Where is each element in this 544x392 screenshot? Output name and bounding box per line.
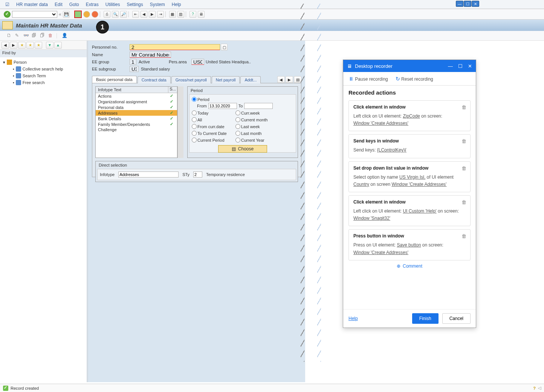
findnext-icon[interactable]: 🔎 xyxy=(120,11,127,18)
prev-icon[interactable]: ◀ xyxy=(141,11,147,18)
first-icon[interactable]: ⇤ xyxy=(132,11,139,18)
nav-star1-icon[interactable]: ★ xyxy=(18,42,26,49)
infotype-row[interactable]: Addresses✓ xyxy=(96,110,177,116)
help-icon[interactable]: ? xyxy=(189,11,196,18)
menu-hrmaster[interactable]: HR master data xyxy=(13,1,51,8)
period-radio-right[interactable]: Last month xyxy=(235,131,277,136)
nav-star2-icon[interactable]: ★ xyxy=(26,42,34,49)
nav-down-icon[interactable]: ▼ xyxy=(46,42,53,49)
glasses-icon[interactable]: 👓 xyxy=(23,33,29,39)
period-radio-right[interactable]: Curr.week xyxy=(235,110,277,115)
sty-input[interactable] xyxy=(193,172,202,178)
win-min-icon[interactable]: — xyxy=(456,1,463,7)
delete-action-icon[interactable]: 🗑 xyxy=(461,199,466,205)
tab-contract[interactable]: Contract data xyxy=(138,76,171,83)
recorded-action[interactable]: Press button in window🗑Press on UI eleme… xyxy=(348,229,471,260)
delete-action-icon[interactable]: 🗑 xyxy=(461,138,466,144)
shortcut-icon[interactable]: ▥ xyxy=(177,11,184,18)
tab-left-icon[interactable]: ◀ xyxy=(277,76,285,83)
pause-recording[interactable]: ⏸ Pause recording xyxy=(348,76,388,82)
nav-star3-icon[interactable]: ★ xyxy=(35,42,42,49)
choose-button[interactable]: ▤ Choose xyxy=(218,145,267,153)
infotype-row[interactable]: Family Member/Dependents✓ xyxy=(96,121,177,127)
from-input[interactable] xyxy=(208,103,237,109)
recorded-action[interactable]: Send keys in window🗑Send keys: {LControl… xyxy=(348,134,471,158)
edit-icon[interactable]: ✎ xyxy=(15,33,21,39)
period-radio-left[interactable]: To Current Date xyxy=(192,131,233,136)
delete-action-icon[interactable]: 🗑 xyxy=(461,233,466,239)
delimit-icon[interactable]: 🗍 xyxy=(40,33,46,39)
infotype-input[interactable] xyxy=(118,172,179,178)
tree-person[interactable]: ▾ Person xyxy=(3,59,84,66)
menu-edit[interactable]: Edit xyxy=(52,1,66,8)
tree-searchterm[interactable]: • Search Term xyxy=(13,72,84,79)
recorded-action[interactable]: Set drop down list value in window🗑Selec… xyxy=(348,161,471,192)
col-status[interactable]: S... xyxy=(168,87,177,93)
period-radio-left[interactable]: Current Period xyxy=(192,138,233,142)
print-icon[interactable]: ⎙ xyxy=(104,11,110,18)
reset-recording[interactable]: ↻ Reset recording xyxy=(396,76,433,82)
tab-list-icon[interactable]: ▤ xyxy=(294,76,301,83)
win-max-icon[interactable]: ☐ xyxy=(464,1,471,7)
menu-extras[interactable]: Extras xyxy=(83,1,102,8)
menu-help[interactable]: Help xyxy=(169,1,184,8)
recorder-min-icon[interactable]: — xyxy=(448,63,453,69)
find-icon[interactable]: 🔍 xyxy=(112,11,119,18)
menu-utilities[interactable]: Utilities xyxy=(102,1,123,8)
delete-action-icon[interactable]: 🗑 xyxy=(461,104,466,110)
infotype-row[interactable]: Actions✓ xyxy=(96,93,177,99)
recorded-action[interactable]: Click element in window🗑Left click on UI… xyxy=(348,100,471,131)
nav-fwd-icon[interactable]: ▶ xyxy=(10,42,17,49)
last-icon[interactable]: ⇥ xyxy=(157,11,164,18)
period-radio-left[interactable]: From curr.date xyxy=(192,124,233,129)
scrollbar[interactable] xyxy=(177,86,183,158)
status-help-icon[interactable]: ? xyxy=(533,386,536,390)
add-comment[interactable]: ⊕ Comment xyxy=(348,263,471,269)
menu-settings[interactable]: Settings xyxy=(124,1,146,8)
delete-icon[interactable]: 🗑 xyxy=(48,33,54,39)
save-icon[interactable]: 💾 xyxy=(63,11,70,18)
infotype-row[interactable]: Personal data✓ xyxy=(96,104,177,110)
tab-gross[interactable]: Gross/net payroll xyxy=(171,76,211,83)
menu-system[interactable]: System xyxy=(147,1,168,8)
recorder-close-icon[interactable]: ✕ xyxy=(468,63,472,69)
command-field[interactable] xyxy=(12,11,57,18)
recorder-titlebar[interactable]: 🖥 Desktop recorder — ☐ ✕ xyxy=(343,60,476,72)
delete-action-icon[interactable]: 🗑 xyxy=(461,165,466,171)
infotype-row[interactable]: Bank Details✓ xyxy=(96,116,177,121)
recorder-help-link[interactable]: Help xyxy=(348,316,358,321)
infotype-row[interactable]: Challenge xyxy=(96,127,177,132)
enter-icon[interactable] xyxy=(4,11,11,18)
finish-button[interactable]: Finish xyxy=(412,313,439,324)
recorder-max-icon[interactable]: ☐ xyxy=(458,63,463,69)
tab-addt[interactable]: Addt... xyxy=(240,76,261,83)
pno-search-icon[interactable]: ▢ xyxy=(221,44,228,51)
period-radio-right[interactable]: Last week xyxy=(235,124,277,129)
tab-net[interactable]: Net payroll xyxy=(212,76,240,83)
period-radio-left[interactable]: Today xyxy=(192,110,233,115)
exit-icon[interactable] xyxy=(83,11,90,18)
radio-period[interactable] xyxy=(192,97,197,102)
to-input[interactable] xyxy=(244,103,273,109)
recorded-action[interactable]: Click element in window🗑Left click on UI… xyxy=(348,195,471,226)
period-radio-right[interactable]: Current month xyxy=(235,117,277,122)
status-arrow-icon[interactable]: ◁ xyxy=(538,386,541,390)
period-radio-left[interactable]: All xyxy=(192,117,233,122)
win-close-icon[interactable]: ✕ xyxy=(472,1,479,7)
cancel-button[interactable]: Cancel xyxy=(442,313,471,324)
back-button-highlighted[interactable] xyxy=(74,11,82,18)
create-icon[interactable]: 🗋 xyxy=(7,33,13,39)
period-radio-right[interactable]: Current Year xyxy=(235,138,277,142)
overview-icon[interactable]: 👤 xyxy=(62,33,68,39)
menu-goto[interactable]: Goto xyxy=(66,1,82,8)
cancel-icon[interactable] xyxy=(92,11,98,18)
tab-right-icon[interactable]: ▶ xyxy=(286,76,293,83)
nav-up-icon[interactable]: ▲ xyxy=(54,42,62,49)
tree-freesearch[interactable]: • Free search xyxy=(13,79,84,86)
copy-icon[interactable]: 🗐 xyxy=(32,33,38,39)
next-icon[interactable]: ▶ xyxy=(149,11,156,18)
newsession-icon[interactable]: ▦ xyxy=(169,11,176,18)
nav-back-icon[interactable]: ◀ xyxy=(2,42,9,49)
pno-input[interactable] xyxy=(130,44,220,50)
tab-basic[interactable]: Basic personal data xyxy=(92,76,137,83)
